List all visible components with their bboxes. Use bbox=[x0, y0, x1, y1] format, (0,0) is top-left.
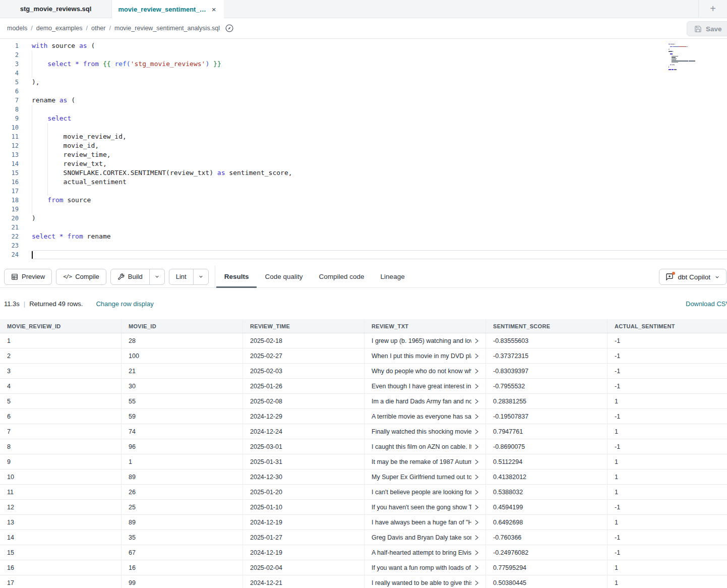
expand-cell-icon[interactable] bbox=[474, 474, 479, 480]
results-tab-code-quality[interactable]: Code quality bbox=[257, 266, 311, 288]
line-content: with source as ( bbox=[32, 41, 727, 50]
cell-movie-review-id: 4 bbox=[0, 379, 122, 393]
expand-cell-icon[interactable] bbox=[474, 353, 479, 359]
cell-sentiment-score: 0.6492698 bbox=[486, 515, 608, 530]
expand-cell-icon[interactable] bbox=[474, 444, 479, 450]
cell-value: 28 bbox=[129, 337, 136, 344]
save-button[interactable]: Save bbox=[687, 21, 727, 36]
line-content bbox=[32, 205, 727, 214]
expand-cell-icon[interactable] bbox=[474, 429, 479, 435]
table-row: 12252025-01-10If you haven't seen the go… bbox=[0, 500, 727, 515]
copilot-label: dbt Copilot bbox=[678, 273, 710, 281]
sql-code-editor[interactable]: 1with source as (23 select * from {{ ref… bbox=[0, 39, 727, 266]
line-number: 9 bbox=[0, 114, 23, 123]
cell-value: 0.7947761 bbox=[493, 428, 523, 435]
compile-label: Compile bbox=[75, 273, 99, 280]
cell-sentiment-score: -0.83555603 bbox=[486, 333, 608, 348]
cell-review-time: 2025-03-01 bbox=[243, 439, 365, 454]
code-token bbox=[99, 60, 103, 68]
cell-value: Even though I have great interest in Bi… bbox=[372, 383, 471, 390]
code-token: source bbox=[64, 196, 91, 204]
expand-cell-icon[interactable] bbox=[474, 550, 479, 556]
code-token: ref( bbox=[114, 60, 130, 68]
editor-line: 6 bbox=[0, 87, 727, 96]
expand-cell-icon[interactable] bbox=[474, 535, 479, 541]
breadcrumb-item[interactable]: models bbox=[7, 25, 27, 32]
tabbar-spacer bbox=[224, 0, 698, 18]
cell-review-time: 2025-02-08 bbox=[243, 394, 365, 408]
expand-cell-icon[interactable] bbox=[474, 338, 479, 344]
expand-cell-icon[interactable] bbox=[474, 519, 479, 525]
breadcrumb-item[interactable]: movie_review_sentiment_analysis.sql bbox=[114, 25, 220, 32]
cell-value: My Super Ex Girlfriend turned out to b… bbox=[372, 474, 471, 481]
editor-line: 10 bbox=[0, 123, 727, 132]
new-tab-button[interactable]: + bbox=[698, 0, 727, 18]
editor-line: 19 bbox=[0, 205, 727, 214]
expand-cell-icon[interactable] bbox=[474, 459, 479, 465]
close-tab-icon[interactable]: × bbox=[210, 5, 218, 14]
cell-value: Im a die hard Dads Army fan and nothi… bbox=[372, 398, 471, 405]
expand-cell-icon[interactable] bbox=[474, 565, 479, 571]
cell-movie-review-id: 3 bbox=[0, 364, 122, 378]
cell-review-txt: A terrible movie as everyone has said. … bbox=[365, 409, 486, 424]
indent-guide bbox=[32, 159, 32, 168]
indent-guide bbox=[32, 187, 32, 196]
lint-dropdown-button[interactable] bbox=[193, 269, 208, 284]
cell-value: Greg Davis and Bryan Daly take some … bbox=[372, 534, 471, 541]
download-csv-link[interactable]: Download CSV bbox=[686, 300, 727, 308]
cell-review-txt: I have always been a huge fan of "Hom… bbox=[365, 515, 486, 530]
cell-value: 1 bbox=[615, 398, 618, 405]
line-number: 12 bbox=[0, 141, 23, 150]
cell-value: I can't believe people are looking for a… bbox=[372, 489, 471, 496]
meta-divider: | bbox=[24, 300, 25, 308]
breadcrumb-item[interactable]: other bbox=[91, 25, 106, 32]
code-token: select bbox=[32, 232, 55, 240]
cell-movie-id: 74 bbox=[122, 424, 243, 439]
editor-line: 20) bbox=[0, 214, 727, 223]
cell-value: 2025-02-04 bbox=[250, 564, 282, 571]
compass-icon[interactable] bbox=[225, 24, 234, 33]
lint-button[interactable]: Lint bbox=[169, 269, 193, 284]
compile-button[interactable]: </> Compile bbox=[56, 269, 106, 285]
change-row-display-link[interactable]: Change row display bbox=[96, 300, 153, 308]
tab-stg-movie-reviews[interactable]: stg_movie_reviews.sql bbox=[0, 0, 112, 18]
results-tab-lineage[interactable]: Lineage bbox=[373, 266, 413, 288]
cell-value: 2025-02-27 bbox=[250, 352, 282, 360]
expand-cell-icon[interactable] bbox=[474, 398, 479, 404]
cell-value: 59 bbox=[129, 413, 136, 420]
expand-cell-icon[interactable] bbox=[474, 383, 479, 389]
cell-review-txt: I can't believe people are looking for a… bbox=[365, 485, 486, 499]
tab-movie-review-sentiment[interactable]: movie_review_sentiment_… × bbox=[112, 0, 224, 18]
expand-cell-icon[interactable] bbox=[474, 580, 479, 586]
expand-cell-icon[interactable] bbox=[474, 504, 479, 510]
cell-value: 4 bbox=[7, 383, 11, 390]
line-number: 3 bbox=[0, 60, 23, 69]
cell-value: 2025-01-31 bbox=[250, 458, 282, 465]
line-number: 20 bbox=[0, 214, 23, 223]
cell-value: 21 bbox=[129, 368, 136, 375]
column-header-actual_sentiment: ACTUAL_SENTIMENT bbox=[608, 319, 727, 333]
editor-tab-bar: stg_movie_reviews.sql movie_review_senti… bbox=[0, 0, 727, 18]
expand-cell-icon[interactable] bbox=[474, 368, 479, 374]
cell-value: 1 bbox=[615, 458, 618, 465]
cell-value: 2024-12-30 bbox=[250, 474, 282, 481]
build-dropdown-button[interactable] bbox=[149, 269, 164, 284]
code-minimap[interactable] bbox=[669, 44, 708, 73]
compile-code-icon: </> bbox=[63, 273, 72, 280]
expand-cell-icon[interactable] bbox=[474, 414, 479, 420]
dbt-copilot-button[interactable]: dbt Copilot bbox=[659, 269, 726, 285]
expand-cell-icon[interactable] bbox=[474, 489, 479, 495]
line-content: movie_id, bbox=[32, 141, 727, 150]
indent-guide bbox=[32, 60, 32, 69]
cell-sentiment-score: -0.19507837 bbox=[486, 409, 608, 424]
code-token bbox=[79, 60, 83, 68]
build-button[interactable]: Build bbox=[111, 269, 149, 284]
minimap-line bbox=[669, 60, 708, 60]
cell-value: 2025-02-03 bbox=[250, 368, 282, 375]
line-content bbox=[32, 223, 727, 232]
breadcrumb-item[interactable]: demo_examples bbox=[36, 25, 83, 32]
results-tab-results[interactable]: Results bbox=[216, 266, 257, 288]
preview-button[interactable]: Preview bbox=[4, 269, 52, 285]
cell-movie-review-id: 6 bbox=[0, 409, 122, 424]
results-tab-compiled-code[interactable]: Compiled code bbox=[311, 266, 373, 288]
